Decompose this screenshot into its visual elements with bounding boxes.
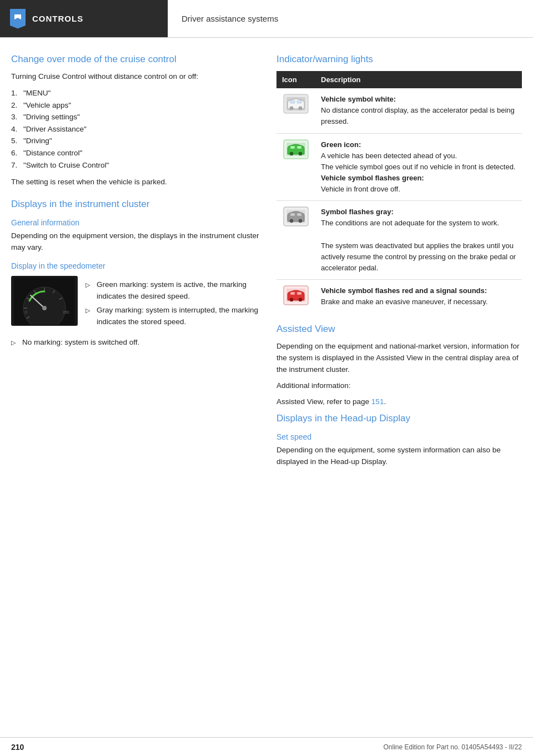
car-icon-gray (283, 206, 309, 226)
svg-point-21 (290, 152, 293, 155)
bookmark-icon (10, 9, 26, 29)
left-column: Change over mode of the cruise control T… (11, 53, 261, 478)
head-up-section: Displays in the Head-up Display Set spee… (276, 412, 522, 468)
table-header-row: Icon Description (276, 71, 522, 88)
svg-rect-30 (297, 213, 301, 216)
page-number: 210 (11, 743, 24, 752)
svg-point-27 (290, 219, 293, 223)
controls-label: CONTROLS (32, 14, 83, 23)
cruise-control-intro: Turning Cruise Control without distance … (11, 71, 261, 83)
assisted-view-link: Assisted View, refer to page 151. (276, 396, 522, 408)
list-item: Green marking: system is active, the mar… (86, 279, 261, 303)
svg-rect-35 (290, 292, 295, 295)
assisted-view-heading: Assisted View (276, 323, 522, 335)
car-icon-white (283, 94, 309, 114)
svg-rect-17 (290, 100, 295, 103)
indicator-table: Icon Description (276, 71, 522, 313)
set-speed-heading: Set speed (276, 432, 522, 441)
icon-cell (276, 280, 315, 314)
general-info-text: Depending on the equipment version, the … (11, 230, 261, 254)
description-cell: Vehicle symbol white: No distance contro… (315, 88, 522, 133)
speedometer-area: 0 260 Green marking: system is active, t… (11, 276, 261, 331)
speedometer-heading: Display in the speedometer (11, 261, 261, 270)
icon-cell (276, 201, 315, 280)
car-icon-red (283, 285, 309, 305)
list-item: 7."Switch to Cruise Control" (11, 159, 261, 172)
table-row: Vehicle symbol white: No distance contro… (276, 88, 522, 133)
cruise-control-footer: The setting is reset when the vehicle is… (11, 177, 261, 188)
edition-text: Online Edition for Part no. 01405A54493 … (384, 743, 522, 751)
page-ref-link[interactable]: 151 (371, 397, 384, 406)
set-speed-text: Depending on the equipment, some system … (276, 445, 522, 468)
svg-point-16 (299, 107, 302, 110)
list-item: 6."Distance control" (11, 147, 261, 159)
indicator-heading: Indicator/warning lights (276, 53, 522, 65)
table-row: Symbol flashes gray: The conditions are … (276, 201, 522, 280)
instrument-cluster-heading: Displays in the instrument cluster (11, 198, 261, 210)
cruise-control-section: Change over mode of the cruise control T… (11, 53, 261, 188)
page-title: Driver assistance systems (168, 0, 533, 37)
general-info-heading: General information (11, 218, 261, 227)
controls-section: CONTROLS (0, 0, 168, 37)
cruise-control-steps: 1."MENU" 2."Vehicle apps" 3."Driving set… (11, 87, 261, 171)
instrument-cluster-section: Displays in the instrument cluster Gener… (11, 198, 261, 349)
cruise-control-heading: Change over mode of the cruise control (11, 53, 261, 65)
assisted-view-section: Assisted View Depending on the equipment… (276, 323, 522, 408)
list-item: No marking: system is switched off. (11, 337, 261, 349)
col-icon: Icon (276, 71, 315, 88)
no-marking-list: No marking: system is switched off. (11, 337, 261, 349)
list-item: Gray marking: system is interrupted, the… (86, 305, 261, 328)
svg-rect-24 (297, 146, 301, 149)
speedometer-image: 0 260 (11, 276, 78, 326)
col-description: Description (315, 71, 522, 88)
svg-point-34 (299, 298, 302, 301)
svg-point-28 (299, 219, 302, 223)
assisted-view-text1: Depending on the equipment and national-… (276, 341, 522, 376)
page-footer: 210 Online Edition for Part no. 01405A54… (0, 737, 533, 756)
assisted-view-text2: Additional information: (276, 380, 522, 392)
list-item: 4."Driver Assistance" (11, 123, 261, 135)
list-item: 5."Driving" (11, 135, 261, 147)
svg-point-33 (290, 298, 293, 301)
right-column: Indicator/warning lights Icon Descriptio… (276, 53, 522, 478)
speedometer-labels: Green marking: system is active, the mar… (86, 276, 261, 331)
svg-rect-18 (297, 100, 301, 103)
description-cell: Symbol flashes gray: The conditions are … (315, 201, 522, 280)
page-header: CONTROLS Driver assistance systems (0, 0, 533, 38)
svg-point-22 (299, 152, 302, 155)
description-cell: Green icon: A vehicle has been detected … (315, 133, 522, 201)
svg-point-10 (42, 306, 47, 310)
car-icon-green (283, 139, 309, 159)
head-up-heading: Displays in the Head-up Display (276, 412, 522, 425)
table-row: Green icon: A vehicle has been detected … (276, 133, 522, 201)
icon-cell (276, 88, 315, 133)
list-item: 3."Driving settings" (11, 111, 261, 123)
table-row: Vehicle symbol flashes red and a signal … (276, 280, 522, 314)
description-cell: Vehicle symbol flashes red and a signal … (315, 280, 522, 314)
svg-rect-29 (290, 213, 295, 216)
icon-cell (276, 133, 315, 201)
speedometer-bullet-list: Green marking: system is active, the mar… (86, 279, 261, 328)
svg-rect-23 (290, 146, 295, 149)
list-item: 2."Vehicle apps" (11, 99, 261, 112)
svg-text:260: 260 (63, 310, 69, 314)
svg-text:0: 0 (25, 310, 27, 314)
main-content: Change over mode of the cruise control T… (0, 38, 533, 489)
svg-rect-36 (297, 292, 301, 295)
svg-point-15 (290, 107, 293, 110)
list-item: 1."MENU" (11, 87, 261, 99)
